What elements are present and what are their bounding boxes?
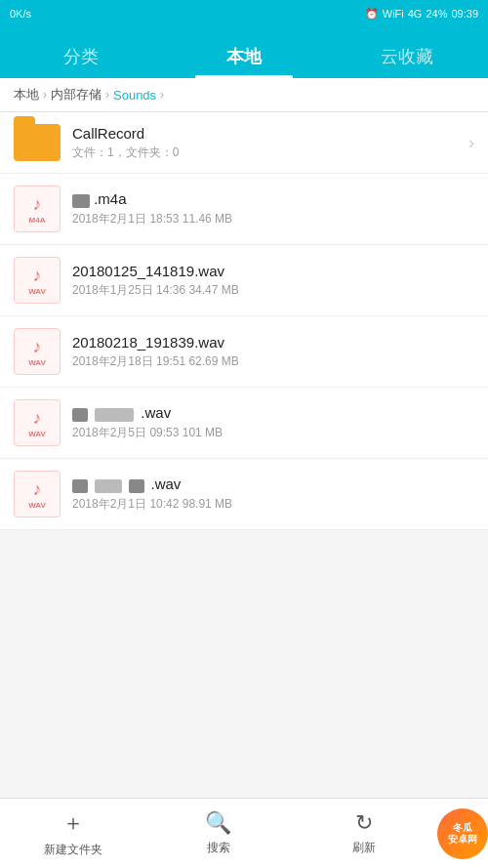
refresh-button[interactable]: ↻ 刷新 [292, 810, 437, 856]
tab-classify[interactable]: 分类 [0, 45, 163, 78]
breadcrumb-sounds[interactable]: Sounds [113, 88, 156, 103]
chevron-right-icon: › [468, 133, 474, 153]
status-icons: ⏰ WiFi 4G 24% 09:39 [365, 8, 478, 21]
music-note-icon: ♪ [33, 408, 42, 429]
music-note-icon: ♪ [33, 194, 42, 215]
clock-icon: ⏰ [365, 8, 379, 21]
bottom-bar: ＋ 新建文件夹 🔍 搜索 ↻ 刷新 冬瓜安卓网 [0, 798, 488, 868]
breadcrumb-sep-3: › [160, 88, 164, 102]
music-note-icon: ♪ [33, 266, 42, 286]
redacted-text [129, 479, 144, 493]
file-info: .wav 2018年2月5日 09:53 101 MB [72, 404, 474, 440]
redacted-text [72, 194, 90, 208]
audio-file-icon: ♪ WAV [14, 257, 61, 304]
file-name: 20180125_141819.wav [72, 263, 474, 279]
music-note-icon: ♪ [33, 479, 42, 500]
breadcrumb-local[interactable]: 本地 [14, 86, 39, 103]
folder-icon [14, 124, 61, 161]
file-meta: 2018年1月25日 14:36 34.47 MB [72, 282, 474, 299]
file-info: .m4a 2018年2月1日 18:53 11.46 MB [72, 190, 474, 227]
file-info: .wav 2018年2月1日 10:42 98.91 MB [72, 475, 474, 512]
breadcrumb-sep-2: › [105, 88, 109, 102]
file-name: .wav [72, 475, 474, 492]
new-folder-button[interactable]: ＋ 新建文件夹 [0, 808, 145, 858]
logo-text: 冬瓜安卓网 [448, 822, 477, 846]
file-meta: 文件：1，文件夹：0 [72, 145, 461, 161]
list-item[interactable]: ♪ WAV .wav 2018年2月1日 10:42 98.91 MB [0, 459, 488, 530]
list-item[interactable]: CallRecord 文件：1，文件夹：0 › [0, 112, 488, 174]
list-item[interactable]: ♪ WAV 20180218_191839.wav 2018年2月18日 19:… [0, 316, 488, 388]
file-name: 20180218_191839.wav [72, 334, 474, 351]
redacted-text [95, 408, 134, 422]
network-speed: 0K/s [10, 8, 365, 20]
audio-file-icon: ♪ M4A [14, 186, 61, 232]
signal-icon: 4G [408, 8, 423, 20]
plus-icon: ＋ [62, 808, 84, 838]
audio-file-icon: ♪ WAV [14, 328, 61, 375]
file-name: .wav [72, 404, 474, 421]
file-info: 20180218_191839.wav 2018年2月18日 19:51 62.… [72, 334, 474, 370]
file-meta: 2018年2月18日 19:51 62.69 MB [72, 353, 474, 370]
file-meta: 2018年2月1日 18:53 11.46 MB [72, 211, 474, 227]
breadcrumb-sep-1: › [43, 88, 47, 102]
time-display: 09:39 [451, 8, 478, 20]
refresh-icon: ↻ [355, 810, 373, 836]
tab-cloud[interactable]: 云收藏 [325, 45, 488, 78]
new-folder-label: 新建文件夹 [44, 842, 102, 858]
search-button[interactable]: 🔍 搜索 [145, 810, 291, 856]
audio-file-icon: ♪ WAV [14, 471, 61, 517]
file-info: CallRecord 文件：1，文件夹：0 [72, 125, 461, 161]
tab-local[interactable]: 本地 [163, 45, 326, 78]
refresh-label: 刷新 [352, 840, 376, 856]
redacted-text [95, 479, 122, 493]
audio-file-icon: ♪ WAV [14, 399, 61, 446]
breadcrumb: 本地 › 内部存储 › Sounds › [0, 78, 488, 112]
list-item[interactable]: ♪ WAV 20180125_141819.wav 2018年1月25日 14:… [0, 245, 488, 316]
search-icon: 🔍 [205, 810, 231, 836]
redacted-text [72, 408, 88, 422]
file-name: .m4a [72, 190, 474, 207]
battery-level: 24% [426, 8, 447, 20]
tab-bar: 分类 本地 云收藏 [0, 27, 488, 78]
status-bar: 0K/s ⏰ WiFi 4G 24% 09:39 [0, 0, 488, 27]
search-label: 搜索 [207, 840, 230, 856]
list-item[interactable]: ♪ M4A .m4a 2018年2月1日 18:53 11.46 MB [0, 174, 488, 245]
redacted-text [72, 479, 88, 493]
music-note-icon: ♪ [33, 337, 42, 357]
file-info: 20180125_141819.wav 2018年1月25日 14:36 34.… [72, 263, 474, 299]
main-content: 本地 › 内部存储 › Sounds › CallRecord 文件：1，文件夹… [0, 78, 488, 798]
app-logo: 冬瓜安卓网 [437, 808, 488, 859]
wifi-icon: WiFi [383, 8, 404, 20]
file-meta: 2018年2月5日 09:53 101 MB [72, 425, 474, 441]
breadcrumb-internal[interactable]: 内部存储 [51, 86, 102, 103]
file-name: CallRecord [72, 125, 461, 142]
file-list: CallRecord 文件：1，文件夹：0 › ♪ M4A .m4a 2018年… [0, 112, 488, 530]
file-meta: 2018年2月1日 10:42 98.91 MB [72, 496, 474, 513]
list-item[interactable]: ♪ WAV .wav 2018年2月5日 09:53 101 MB [0, 388, 488, 459]
